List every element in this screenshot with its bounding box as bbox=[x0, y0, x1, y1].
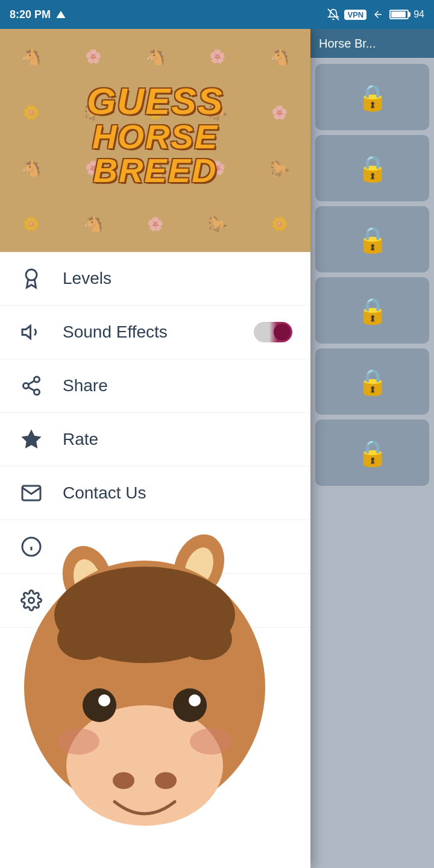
mail-icon bbox=[18, 480, 45, 506]
svg-point-2 bbox=[26, 269, 37, 280]
right-panel-title: Horse Br... bbox=[319, 37, 376, 51]
status-right: VPN 94 bbox=[327, 8, 424, 20]
level-card-1[interactable]: 🔒 bbox=[315, 64, 429, 130]
menu-item-sound-effects[interactable]: Sound Effects bbox=[0, 306, 310, 359]
svg-marker-9 bbox=[22, 430, 40, 448]
sound-effects-label: Sound Effects bbox=[63, 322, 236, 342]
lock-icon-4: 🔒 bbox=[357, 296, 388, 326]
level-cards: 🔒 🔒 🔒 🔒 🔒 🔒 bbox=[310, 58, 434, 492]
right-panel-header: Horse Br... bbox=[310, 29, 434, 58]
contact-us-label: Contact Us bbox=[63, 483, 292, 503]
lock-icon-1: 🔒 bbox=[357, 83, 388, 112]
share-icon bbox=[18, 373, 45, 399]
signal-icon bbox=[55, 9, 66, 20]
svg-line-8 bbox=[28, 381, 34, 385]
lock-icon-3: 🔒 bbox=[357, 225, 388, 254]
lock-icon-5: 🔒 bbox=[357, 367, 388, 397]
svg-point-13 bbox=[29, 598, 34, 603]
menu-item-share[interactable]: Share bbox=[0, 359, 310, 413]
medal-icon bbox=[18, 265, 45, 292]
back-icon bbox=[371, 9, 385, 20]
menu-items: Levels Sound Effects bbox=[0, 252, 310, 868]
levels-label: Levels bbox=[63, 269, 292, 288]
left-panel: 🐴 🌸 🐴 🌸 🐴 🌼 🐎 🌼 🐎 🌸 🐴 🌸 🐴 🌸 🐎 🌼 🐴 🌸 🐎 bbox=[0, 29, 310, 868]
rate-label: Rate bbox=[63, 430, 292, 449]
menu-item-rate[interactable]: Rate bbox=[0, 413, 310, 467]
level-card-2[interactable]: 🔒 bbox=[315, 135, 429, 201]
star-icon bbox=[18, 426, 45, 453]
banner-line2: HORSE BREED bbox=[78, 120, 233, 187]
battery-icon bbox=[389, 10, 409, 19]
banner: 🐴 🌸 🐴 🌸 🐴 🌼 🐎 🌼 🐎 🌸 🐴 🌸 🐴 🌸 🐎 🌼 🐴 🌸 🐎 bbox=[0, 29, 310, 252]
time-display: 8:20 PM bbox=[10, 8, 51, 21]
menu-item-about[interactable] bbox=[0, 520, 310, 574]
svg-line-7 bbox=[28, 387, 34, 391]
level-card-4[interactable]: 🔒 bbox=[315, 277, 429, 344]
main-layout: 🐴 🌸 🐴 🌸 🐴 🌼 🐎 🌼 🐎 🌸 🐴 🌸 🐴 🌸 🐎 🌼 🐴 🌸 🐎 bbox=[0, 29, 434, 868]
svg-point-6 bbox=[34, 389, 40, 395]
svg-point-5 bbox=[24, 383, 29, 389]
sound-effects-toggle[interactable] bbox=[254, 322, 292, 342]
status-left: 8:20 PM bbox=[10, 8, 66, 21]
menu-item-settings[interactable] bbox=[0, 574, 310, 627]
banner-line1: GUESS bbox=[78, 83, 233, 120]
toggle-knob bbox=[274, 324, 291, 341]
gear-icon bbox=[18, 587, 45, 614]
right-panel: Horse Br... 🔒 🔒 🔒 🔒 🔒 bbox=[310, 29, 434, 868]
status-bar: 8:20 PM VPN 94 bbox=[0, 0, 434, 29]
level-card-5[interactable]: 🔒 bbox=[315, 348, 429, 415]
bell-icon bbox=[327, 8, 339, 20]
svg-point-4 bbox=[34, 377, 40, 382]
menu-item-levels[interactable]: Levels bbox=[0, 252, 310, 306]
svg-line-1 bbox=[328, 9, 339, 20]
battery-level: 94 bbox=[414, 9, 424, 20]
lock-icon-6: 🔒 bbox=[357, 438, 388, 468]
banner-title: GUESS HORSE BREED bbox=[78, 83, 233, 187]
sound-icon bbox=[18, 319, 45, 345]
svg-marker-3 bbox=[22, 326, 31, 339]
menu-item-contact-us[interactable]: Contact Us bbox=[0, 467, 310, 520]
svg-marker-0 bbox=[57, 11, 66, 18]
level-card-6[interactable]: 🔒 bbox=[315, 420, 429, 486]
level-card-3[interactable]: 🔒 bbox=[315, 206, 429, 272]
info-icon bbox=[18, 533, 45, 560]
share-label: Share bbox=[63, 376, 292, 395]
lock-icon-2: 🔒 bbox=[357, 154, 388, 183]
vpn-badge: VPN bbox=[344, 10, 366, 20]
